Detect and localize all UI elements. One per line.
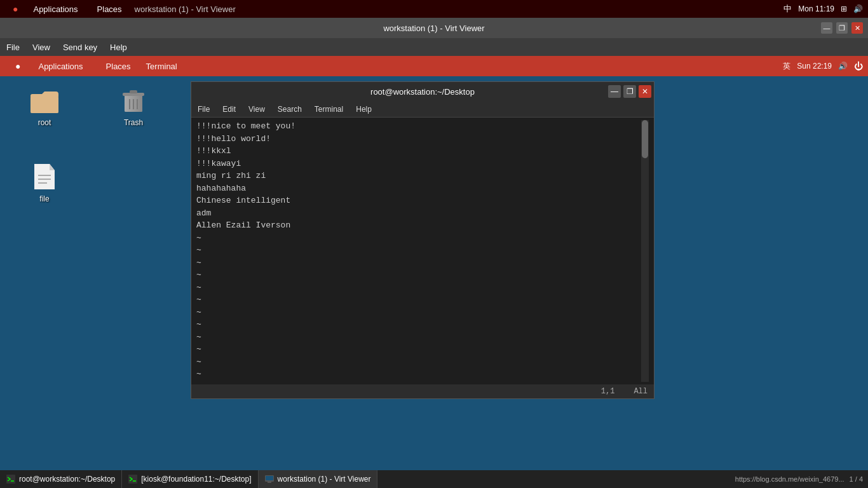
outer-apps-label[interactable]: Applications <box>27 4 84 14</box>
terminal-maximize-button[interactable]: ❐ <box>623 85 636 98</box>
terminal-minimize-button[interactable]: — <box>608 85 621 98</box>
outer-apps-menu[interactable]: ● Applications <box>0 4 91 14</box>
taskbar-item-kiosk-terminal[interactable]: [kiosk@foundation11:~/Desktop] <box>122 470 258 488</box>
outer-network2-icon: ⊞ <box>841 4 847 13</box>
desktop-icon-file-label: file <box>39 194 49 203</box>
inner-sound-icon: 🔊 <box>838 62 848 71</box>
terminal-menu-terminal[interactable]: Terminal <box>308 101 349 117</box>
inner-time: Sun 22:19 <box>797 62 832 71</box>
terminal-menubar: File Edit View Search Terminal Help <box>191 101 654 118</box>
desktop-icon-root[interactable]: root <box>19 83 70 130</box>
virt-viewer-menu-sendkey[interactable]: Send key <box>57 38 104 56</box>
taskbar-right: https://blog.csdn.me/weixin_4679... 1 / … <box>735 475 863 483</box>
outer-places-menu[interactable]: Places <box>91 4 128 14</box>
taskbar-item-root-label: root@workstation:~/Desktop <box>19 475 115 484</box>
inner-power-icon[interactable]: ⏻ <box>854 61 863 71</box>
virt-viewer-titlebar: workstation (1) - Virt Viewer — ❐ ✕ <box>0 18 868 38</box>
terminal-text: !!!nice to meet you! !!!hello world! !!!… <box>196 120 641 382</box>
taskbar-url: https://blog.csdn.me/weixin_4679... <box>735 475 844 483</box>
outer-network-icon: 中 <box>783 3 792 15</box>
inner-apps-menu[interactable]: ● Applications <box>0 56 98 76</box>
outer-time: Mon 11:19 <box>798 4 834 13</box>
taskbar-item-virt-viewer[interactable]: workstation (1) - Virt Viewer <box>259 470 378 488</box>
outer-window-title: workstation (1) - Virt Viewer <box>128 4 242 14</box>
outer-taskbar: root@workstation:~/Desktop [kiosk@founda… <box>0 470 868 488</box>
svg-rect-20 <box>266 476 273 480</box>
outer-topbar: ● Applications Places workstation (1) - … <box>0 0 868 18</box>
virt-viewer-title: workstation (1) - Virt Viewer <box>383 24 484 33</box>
virt-viewer-menu-file[interactable]: File <box>0 38 26 56</box>
terminal-title: root@workstation:~/Desktop <box>370 87 475 97</box>
desktop-icon-trash[interactable]: Trash <box>108 83 159 130</box>
terminal-content: !!!nice to meet you! !!!hello world! !!!… <box>191 118 654 384</box>
file-icon <box>29 161 60 192</box>
inner-lang-label: 英 <box>783 61 790 72</box>
inner-terminal-menu[interactable]: Terminal <box>139 56 185 76</box>
inner-gnome-dot-icon: ● <box>8 56 28 76</box>
virt-viewer-maximize-button[interactable]: ❐ <box>836 22 848 34</box>
svg-marker-10 <box>50 164 55 170</box>
inner-apps-label[interactable]: Applications <box>31 56 90 76</box>
taskbar-item-kiosk-label: [kiosk@foundation11:~/Desktop] <box>141 475 251 484</box>
taskbar-item-root-terminal[interactable]: root@workstation:~/Desktop <box>0 470 122 488</box>
desktop-icon-trash-label: Trash <box>124 118 143 127</box>
taskbar-terminal-icon-1 <box>6 475 15 484</box>
gnome-dot-icon: ● <box>6 4 24 14</box>
terminal-menu-view[interactable]: View <box>242 101 271 117</box>
folder-icon <box>29 85 60 116</box>
virt-viewer-close-button[interactable]: ✕ <box>851 22 863 34</box>
inner-places-menu[interactable]: Places <box>98 56 139 76</box>
virt-viewer-chrome: workstation (1) - Virt Viewer — ❐ ✕ File… <box>0 18 868 56</box>
taskbar-virt-viewer-icon <box>265 475 274 484</box>
inner-topbar: ● Applications Places Terminal 英 Sun 22:… <box>0 56 868 76</box>
terminal-close-button[interactable]: ✕ <box>639 85 651 98</box>
taskbar-terminal-icon-2 <box>128 475 137 484</box>
svg-rect-1 <box>31 97 58 113</box>
trash-icon <box>118 85 149 116</box>
terminal-wm-buttons: — ❐ ✕ <box>608 85 651 98</box>
taskbar-item-virt-label: workstation (1) - Virt Viewer <box>278 475 371 484</box>
desktop-area: root <box>0 76 868 470</box>
terminal-scroll-status: All <box>634 387 648 396</box>
virt-viewer-wm-buttons: — ❐ ✕ <box>821 22 863 34</box>
terminal-menu-search[interactable]: Search <box>271 101 308 117</box>
virt-viewer-minimize-button[interactable]: — <box>821 22 832 34</box>
svg-rect-19 <box>268 482 271 483</box>
terminal-titlebar: root@workstation:~/Desktop — ❐ ✕ <box>191 82 654 101</box>
terminal-menu-file[interactable]: File <box>191 101 216 117</box>
guest-desktop: ● Applications Places Terminal 英 Sun 22:… <box>0 56 868 470</box>
virt-viewer-menu-help[interactable]: Help <box>104 38 133 56</box>
terminal-scrollbar-thumb[interactable] <box>642 120 648 158</box>
virt-viewer-menubar: File View Send key Help <box>0 38 868 56</box>
taskbar-page-indicator: 1 / 4 <box>850 475 863 483</box>
desktop-icon-file[interactable]: file <box>19 159 70 206</box>
terminal-menu-help[interactable]: Help <box>349 101 378 117</box>
terminal-scrollbar[interactable] <box>641 120 649 382</box>
terminal-window: root@workstation:~/Desktop — ❐ ✕ File Ed… <box>191 81 654 399</box>
terminal-menu-edit[interactable]: Edit <box>216 101 242 117</box>
taskbar-items: root@workstation:~/Desktop [kiosk@founda… <box>0 470 377 488</box>
terminal-cursor-position: 1,1 <box>601 387 615 396</box>
virt-viewer-menu-view[interactable]: View <box>26 38 57 56</box>
outer-sound-icon: 🔊 <box>853 4 863 13</box>
svg-rect-5 <box>130 90 137 93</box>
terminal-statusbar: 1,1 All <box>191 384 654 398</box>
desktop-icon-root-label: root <box>38 118 51 127</box>
